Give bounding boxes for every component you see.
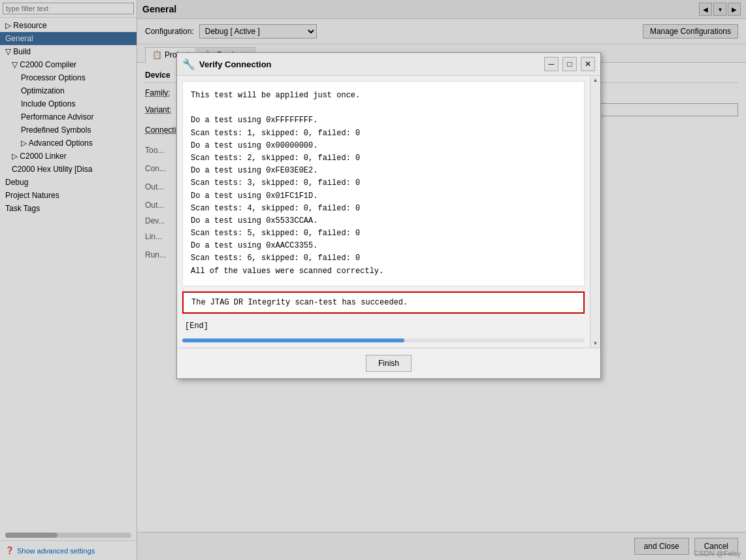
- verify-connection-dialog: 🔧 Verify Connection ─ □ ✕ This test will…: [176, 52, 601, 379]
- dialog-line-11: Do a test using 0x5533CCAA.: [191, 215, 576, 227]
- dialog-content-area: This test will be applied just once. Do …: [182, 81, 585, 286]
- dialog-line-14: Scan tests: 6, skipped: 0, failed: 0: [191, 252, 576, 265]
- dialog-line-10: Scan tests: 4, skipped: 0, failed: 0: [191, 203, 576, 215]
- dialog-minimize-button[interactable]: ─: [544, 57, 559, 71]
- dialog-line-8: Scan tests: 3, skipped: 0, failed: 0: [191, 177, 576, 189]
- dialog-line-12: Scan tests: 5, skipped: 0, failed: 0: [191, 227, 576, 240]
- dialog-line-6: Scan tests: 2, skipped: 0, failed: 0: [191, 152, 576, 165]
- dialog-end-marker: [End]: [177, 319, 590, 336]
- dialog-line-4: Scan tests: 1, skipped: 0, failed: 0: [191, 127, 576, 140]
- dialog-line-3: Do a test using 0xFFFFFFFF.: [191, 114, 576, 127]
- dialog-title: Verify Connection: [199, 59, 540, 69]
- dialog-success-message: The JTAG DR Integrity scan-test has succ…: [191, 298, 408, 307]
- dialog-line-13: Do a test using 0xAACC3355.: [191, 240, 576, 252]
- dialog-title-bar: 🔧 Verify Connection ─ □ ✕: [177, 53, 600, 76]
- dialog-scrollbar[interactable]: ▲ ▼: [590, 76, 600, 348]
- dialog-line-spacer: [191, 102, 576, 114]
- dialog-line-5: Do a test using 0x00000000.: [191, 140, 576, 152]
- dialog-maximize-button[interactable]: □: [562, 57, 577, 71]
- dialog-line-9: Do a test using 0x01FC1F1D.: [191, 190, 576, 203]
- dialog-app-icon: 🔧: [182, 58, 195, 71]
- finish-button[interactable]: Finish: [366, 355, 412, 372]
- dialog-close-button[interactable]: ✕: [581, 57, 595, 71]
- dialog-line-7: Do a test using 0xFE03E0E2.: [191, 165, 576, 177]
- dialog-buttons: Finish: [177, 348, 600, 378]
- dialog-line-15: All of the values were scanned correctly…: [191, 265, 576, 278]
- dialog-success-box: The JTAG DR Integrity scan-test has succ…: [182, 291, 585, 314]
- dialog-line-1: This test will be applied just once.: [191, 90, 576, 102]
- app-container: ▷ Resource General ▽ Build ▽ C2000 Compi…: [0, 0, 746, 560]
- dialog-overlay: 🔧 Verify Connection ─ □ ✕ This test will…: [0, 0, 746, 560]
